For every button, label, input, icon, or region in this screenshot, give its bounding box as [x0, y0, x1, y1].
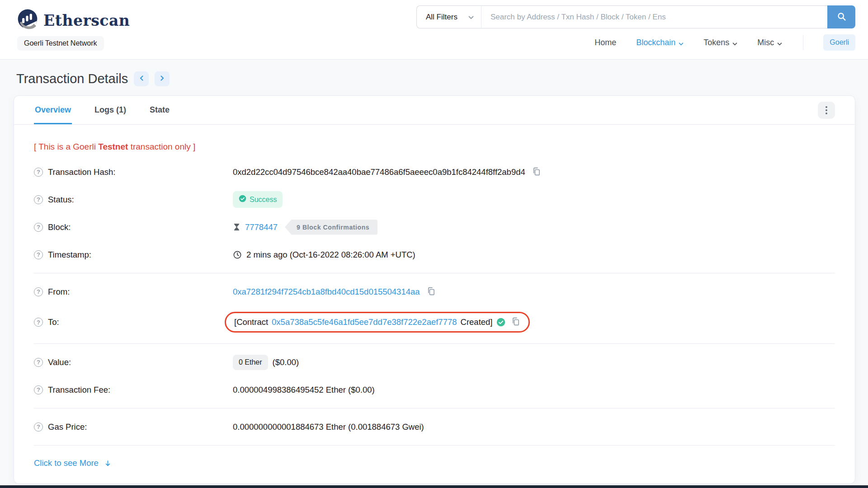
chevron-left-icon — [139, 75, 144, 82]
testnet-notice: [ This is a Goerli Testnet transaction o… — [34, 129, 835, 158]
help-icon[interactable]: ? — [34, 168, 43, 177]
previous-transaction-button[interactable] — [134, 71, 149, 86]
help-icon[interactable]: ? — [34, 195, 43, 204]
copy-from-address-button[interactable] — [426, 286, 436, 297]
brand[interactable]: Etherscan — [16, 8, 130, 33]
chevron-down-icon — [777, 38, 782, 48]
to-contract-annotation: [Contract 0x5a738a5c5fe46a1fd5ee7dd7e38f… — [225, 312, 530, 333]
row-label: From: — [48, 287, 70, 297]
help-icon[interactable]: ? — [34, 422, 43, 432]
copy-icon — [532, 167, 541, 178]
help-icon[interactable]: ? — [34, 287, 43, 296]
arrow-down-icon — [104, 460, 112, 467]
status-badge: Success — [233, 191, 283, 208]
network-switch-button[interactable]: Goerli — [823, 34, 855, 51]
to-contract-address-link[interactable]: 0x5a738a5c5fe46a1fd5ee7dd7e38f722e2aef77… — [272, 317, 457, 327]
chevron-down-icon — [468, 13, 474, 22]
nav-item-home[interactable]: Home — [594, 38, 616, 47]
to-contract-prefix: [Contract — [234, 317, 268, 327]
search-icon — [837, 12, 846, 23]
nav-item-tokens[interactable]: Tokens — [703, 38, 737, 48]
more-options-button[interactable] — [818, 102, 835, 119]
search-bar: All Filters — [416, 5, 855, 28]
row-gas-price: ? Gas Price: 0.000000000001884673 Ether … — [34, 413, 835, 441]
copy-transaction-hash-button[interactable] — [532, 167, 541, 178]
row-label: Gas Price: — [48, 422, 87, 432]
search-filter-dropdown[interactable]: All Filters — [416, 5, 481, 28]
footer-strip — [0, 485, 868, 488]
etherscan-logo-icon — [16, 8, 39, 33]
copy-icon — [511, 317, 520, 328]
nav-item-blockchain[interactable]: Blockchain — [636, 38, 684, 48]
main-nav: Home Blockchain Tokens Misc — [594, 34, 855, 51]
row-transaction-fee: ? Transaction Fee: 0.000004998386495452 … — [34, 376, 835, 404]
help-icon[interactable]: ? — [34, 250, 43, 259]
row-to: ? To: [Contract 0x5a738a5c5fe46a1fd5ee7d… — [34, 305, 835, 339]
transaction-fee-value: 0.000004998386495452 Ether ($0.00) — [233, 385, 375, 395]
nav-divider — [803, 35, 803, 50]
block-number-link[interactable]: 7778447 — [245, 222, 278, 232]
row-label: Value: — [48, 357, 71, 367]
row-from: ? From: 0xa7281f294f7254cb1a8fbd40cd15d0… — [34, 278, 835, 305]
to-contract-suffix: Created] — [461, 317, 493, 327]
kebab-icon — [826, 106, 827, 108]
row-label: Block: — [48, 222, 71, 232]
copy-to-address-button[interactable] — [511, 317, 520, 328]
row-label: Status: — [48, 195, 74, 205]
tab-overview[interactable]: Overview — [34, 96, 72, 124]
section-divider — [34, 408, 835, 408]
status-text: Success — [250, 196, 277, 204]
tab-bar: Overview Logs (1) State — [14, 96, 855, 125]
row-timestamp: ? Timestamp: 2 mins ago (Oct-16-2022 08:… — [34, 241, 835, 268]
row-label: To: — [48, 317, 59, 327]
nav-label: Misc — [757, 38, 774, 47]
help-icon[interactable]: ? — [34, 358, 43, 367]
help-icon[interactable]: ? — [34, 318, 43, 327]
verified-check-icon — [496, 318, 505, 327]
brand-name: Etherscan — [43, 12, 130, 29]
value-amount-badge: 0 Ether — [233, 355, 268, 370]
hourglass-icon — [233, 223, 241, 231]
section-divider — [34, 273, 835, 273]
block-confirmations-badge: 9 Block Confirmations — [285, 220, 377, 235]
section-divider — [34, 343, 835, 344]
page-title: Transaction Details — [16, 71, 128, 86]
copy-icon — [426, 286, 436, 297]
from-address-link[interactable]: 0xa7281f294f7254cb1a8fbd40cd15d015504314… — [233, 287, 420, 297]
clock-icon — [233, 250, 242, 259]
search-input[interactable] — [481, 5, 827, 28]
row-label: Transaction Hash: — [48, 167, 115, 177]
site-header: Etherscan Goerli Testnet Network All Fil… — [0, 0, 868, 60]
row-label: Timestamp: — [48, 250, 91, 260]
help-icon[interactable]: ? — [34, 385, 43, 394]
search-button[interactable] — [827, 5, 855, 28]
help-icon[interactable]: ? — [34, 223, 43, 232]
row-transaction-hash: ? Transaction Hash: 0xd2d22cc04d97546bce… — [34, 158, 835, 186]
chevron-down-icon — [732, 38, 737, 48]
row-status: ? Status: Success — [34, 186, 835, 213]
row-block: ? Block: 7778447 9 Block Confirmations — [34, 213, 835, 241]
nav-label: Tokens — [703, 38, 729, 47]
tab-state[interactable]: State — [149, 96, 170, 124]
timestamp-value: 2 mins ago (Oct-16-2022 08:26:00 AM +UTC… — [246, 250, 415, 260]
transaction-card: Overview Logs (1) State [ This is a Goer… — [14, 95, 855, 484]
nav-label: Home — [594, 38, 616, 47]
value-usd: ($0.00) — [273, 357, 299, 367]
tab-logs[interactable]: Logs (1) — [94, 96, 127, 124]
transaction-hash-value: 0xd2d22cc04d97546bce842aa40bae77486a6f5a… — [233, 167, 525, 177]
chevron-down-icon — [679, 38, 684, 48]
nav-item-misc[interactable]: Misc — [757, 38, 782, 48]
chevron-right-icon — [160, 75, 165, 82]
search-filter-label: All Filters — [426, 13, 458, 22]
section-divider — [34, 445, 835, 446]
network-badge: Goerli Testnet Network — [17, 36, 104, 51]
row-label: Transaction Fee: — [48, 385, 110, 395]
click-to-see-more-link[interactable]: Click to see More — [34, 458, 99, 468]
row-value: ? Value: 0 Ether ($0.00) — [34, 348, 835, 376]
next-transaction-button[interactable] — [155, 71, 170, 86]
nav-label: Blockchain — [636, 38, 675, 47]
check-circle-icon — [239, 195, 246, 204]
gas-price-value: 0.000000000001884673 Ether (0.001884673 … — [233, 422, 424, 432]
